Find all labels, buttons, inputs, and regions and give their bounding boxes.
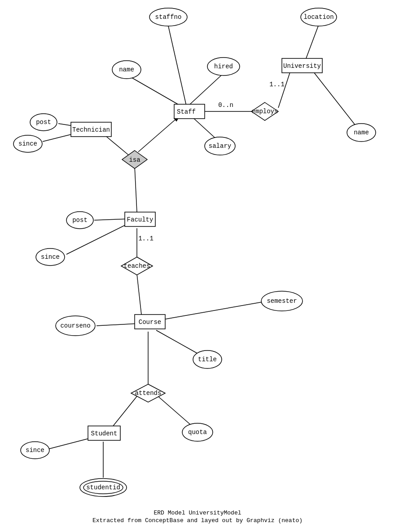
attr-since-stu-label: since	[26, 447, 44, 454]
cardinality-employs-staff: 0..n	[218, 102, 233, 109]
line-isa-staff	[138, 116, 180, 152]
cardinality-fac-teaches: 1..1	[138, 235, 154, 242]
footer-subtitle: Extracted from ConceptBase and layed out…	[92, 517, 303, 524]
line-uni-location	[305, 25, 319, 61]
line-uni-name	[314, 73, 357, 127]
line-staff-name	[128, 75, 182, 106]
line-tech-isa	[103, 134, 130, 156]
line-uni-employs	[278, 70, 291, 108]
cardinality-uni-employs: 1..1	[269, 81, 285, 88]
attr-quota-label: quota	[188, 429, 207, 436]
line-course-semester	[161, 302, 263, 320]
attr-hired-label: hired	[214, 63, 233, 70]
erd-diagram: Staff University Technician Faculty Cour…	[0, 0, 395, 532]
line-teaches-course	[137, 274, 141, 315]
attr-staffno-label: staffno	[155, 13, 182, 21]
relation-employs-label: employs	[252, 108, 278, 115]
relation-teaches-label: teaches	[124, 262, 150, 270]
entity-faculty-label: Faculty	[127, 216, 154, 223]
attr-courseno-label: courseno	[60, 322, 90, 329]
attr-post-tech-label: post	[36, 119, 51, 126]
attr-since-tech-label: since	[18, 140, 37, 147]
attr-name-staff-label: name	[119, 66, 134, 73]
entity-technician-label: Technician	[72, 126, 110, 133]
attr-name-uni-label: name	[354, 129, 369, 136]
attr-location-label: location	[303, 13, 334, 21]
entity-staff-label: Staff	[177, 108, 196, 115]
entity-student-label: Student	[91, 430, 118, 437]
attr-salary-label: salary	[209, 142, 231, 150]
line-isa-faculty	[135, 166, 137, 212]
line-attends-quota	[158, 396, 193, 427]
footer-title: ERD Model UniversityModel	[154, 510, 241, 516]
attr-title-label: title	[198, 356, 217, 363]
line-staff-staffno	[168, 26, 186, 106]
attr-since-fac-label: since	[41, 253, 60, 261]
entity-course-label: Course	[139, 319, 161, 326]
relation-isa-label: isa	[129, 156, 140, 164]
attr-post-fac-label: post	[72, 217, 88, 224]
line-course-courseno	[97, 324, 138, 326]
line-attends-student	[113, 396, 137, 426]
relation-attends-label: attends	[135, 390, 162, 397]
attr-studentid-label: studentid	[86, 484, 120, 491]
entity-university-label: University	[283, 62, 321, 70]
line-staff-hired	[189, 73, 224, 106]
attr-semester-label: semester	[267, 297, 297, 305]
